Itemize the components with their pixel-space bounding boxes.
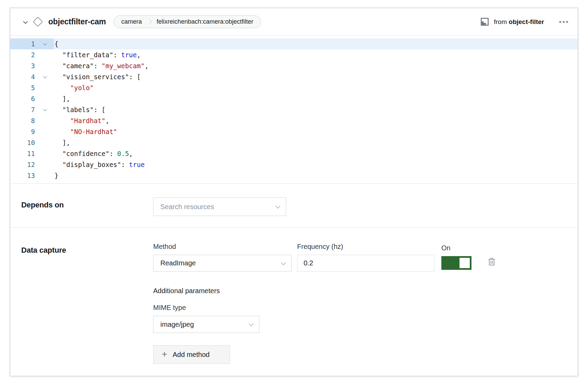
gutter: 1 — [10, 38, 54, 49]
line-number: 10 — [10, 139, 35, 146]
data-capture-section: Data capture Method ReadImage Frequency … — [10, 227, 578, 376]
more-menu-button[interactable] — [559, 19, 569, 25]
chevron-down-icon — [249, 321, 254, 326]
frequency-input[interactable] — [297, 255, 434, 272]
type-badge-label: camera — [121, 18, 142, 25]
line-number: 11 — [10, 150, 35, 157]
code-text: "NO-Hardhat" — [54, 126, 117, 137]
from-module-label: from object-filter — [494, 18, 544, 26]
chevron-down-icon — [275, 204, 280, 208]
gutter: 9 — [10, 126, 54, 137]
mime-type-select[interactable]: image/jpeg — [153, 316, 259, 333]
capture-toggle[interactable] — [441, 256, 471, 270]
mime-type-label: MIME type — [153, 304, 567, 312]
gutter: 11 — [10, 148, 54, 159]
code-text: "confidence": 0.5, — [54, 148, 133, 159]
line-number: 1 — [10, 40, 35, 48]
data-capture-label: Data capture — [21, 243, 153, 255]
code-line: 1{ — [10, 38, 578, 49]
method-label: Method — [153, 243, 292, 251]
code-text: ], — [54, 137, 70, 148]
code-line: 3 "camera": "my_webcam", — [10, 60, 578, 71]
ellipsis-icon — [559, 21, 561, 23]
chevron-down-icon — [23, 19, 28, 24]
line-number: 12 — [10, 161, 35, 168]
line-number: 9 — [10, 128, 35, 135]
gutter: 4 — [10, 71, 54, 82]
resource-type-badge: camera felixreichenbach:camera:objectfil… — [113, 15, 261, 28]
trash-icon — [486, 256, 497, 267]
fold-toggle-icon[interactable] — [43, 74, 47, 78]
code-line: 11 "confidence": 0.5, — [10, 148, 578, 159]
code-line: 9 "NO-Hardhat" — [10, 126, 578, 137]
gutter: 10 — [10, 137, 54, 148]
delete-method-button[interactable] — [486, 256, 497, 268]
gutter: 5 — [10, 82, 54, 93]
capture-on-label: On — [441, 244, 471, 252]
code-line: 8 "Hardhat", — [10, 115, 578, 126]
gutter: 12 — [10, 159, 54, 170]
toggle-knob — [460, 258, 470, 268]
collapse-button[interactable] — [21, 17, 29, 26]
add-method-button[interactable]: + Add method — [153, 345, 230, 364]
code-text: "vision_services": [ — [54, 71, 141, 82]
module-icon — [480, 17, 489, 26]
gutter: 7 — [10, 104, 54, 115]
mime-type-value: image/jpeg — [160, 321, 194, 328]
gutter: 13 — [10, 170, 54, 181]
depends-on-label: Depends on — [21, 197, 153, 209]
plus-icon: + — [162, 350, 167, 359]
line-number: 6 — [10, 95, 35, 103]
code-text: "filter_data": true, — [54, 49, 141, 60]
line-number: 5 — [10, 84, 35, 92]
code-text: } — [54, 170, 58, 181]
code-line: 6 ], — [10, 93, 578, 104]
code-line: 2 "filter_data": true, — [10, 49, 578, 60]
code-text: "labels": [ — [54, 104, 106, 115]
gutter: 2 — [10, 49, 54, 60]
capture-method-row: Method ReadImage Frequency (hz) On — [153, 243, 567, 272]
code-line: 4 "vision_services": [ — [10, 71, 578, 82]
gutter: 6 — [10, 93, 54, 104]
card-header: objectfilter-cam camera felixreichenbach… — [10, 8, 578, 36]
badge-separator-icon — [147, 19, 152, 25]
line-number: 8 — [10, 117, 35, 124]
add-method-label: Add method — [173, 351, 210, 359]
module-name: object-filter — [509, 18, 544, 25]
code-line: 10 ], — [10, 137, 578, 148]
json-config-editor[interactable]: 1{2 "filter_data": true,3 "camera": "my_… — [10, 36, 578, 184]
code-line: 12 "display_boxes": true — [10, 159, 578, 170]
gutter: 8 — [10, 115, 54, 126]
line-number: 13 — [10, 172, 35, 179]
code-line: 7 "labels": [ — [10, 104, 578, 115]
resource-card: objectfilter-cam camera felixreichenbach… — [10, 8, 578, 376]
chevron-down-icon — [281, 260, 286, 265]
header-right: from object-filter — [480, 17, 569, 26]
resource-title: objectfilter-cam — [48, 17, 106, 26]
code-text: "Hardhat", — [54, 115, 109, 126]
gutter: 3 — [10, 60, 54, 71]
line-number: 7 — [10, 106, 35, 113]
code-text: ], — [54, 93, 70, 104]
line-number: 4 — [10, 73, 35, 81]
code-text: "display_boxes": true — [54, 159, 145, 170]
fold-toggle-icon[interactable] — [43, 41, 47, 45]
method-value: ReadImage — [160, 259, 196, 267]
code-text: "yolo" — [54, 82, 94, 93]
frequency-label: Frequency (hz) — [297, 243, 434, 251]
line-number: 3 — [10, 62, 35, 70]
diamond-icon — [33, 17, 43, 27]
line-number: 2 — [10, 51, 35, 59]
code-text: "camera": "my_webcam", — [54, 60, 149, 71]
code-line: 13} — [10, 170, 578, 181]
depends-on-placeholder: Search resources — [160, 203, 214, 211]
fold-toggle-icon[interactable] — [43, 107, 47, 111]
code-line: 5 "yolo" — [10, 82, 578, 93]
additional-parameters-label: Additional parameters — [153, 287, 567, 295]
depends-on-section: Depends on Search resources — [10, 184, 578, 227]
depends-on-select[interactable]: Search resources — [153, 197, 286, 216]
method-select[interactable]: ReadImage — [153, 255, 292, 272]
code-text: { — [54, 38, 58, 49]
model-badge-label: felixreichenbach:camera:objectfilter — [157, 18, 253, 25]
